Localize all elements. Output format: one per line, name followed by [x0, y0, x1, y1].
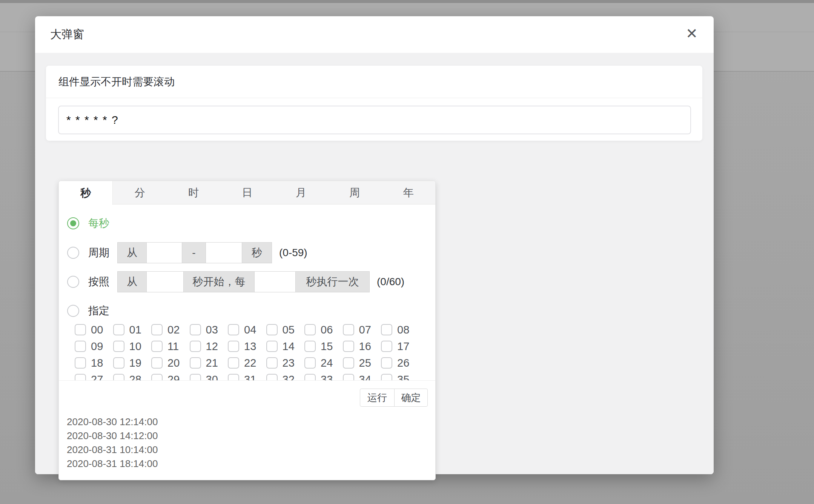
checkbox-02[interactable] — [151, 324, 163, 335]
checkbox-cell: 29 — [151, 371, 190, 380]
tab-hour[interactable]: 时 — [167, 181, 220, 204]
checkbox-label: 24 — [321, 357, 333, 369]
checkbox-label: 15 — [321, 340, 333, 353]
checkbox-label: 26 — [397, 357, 409, 369]
step-label: 按照 — [88, 275, 109, 289]
confirm-button[interactable]: 确定 — [394, 389, 428, 407]
checkbox-cell: 22 — [228, 355, 266, 371]
checkbox-label: 01 — [129, 324, 141, 336]
close-icon[interactable]: ✕ — [683, 25, 700, 42]
checkbox-cell: 16 — [343, 338, 381, 355]
radio-cycle[interactable] — [67, 247, 79, 259]
row-specify: 指定 — [67, 300, 109, 321]
cycle-range-hint: (0-59) — [279, 247, 307, 259]
checkbox-35[interactable] — [381, 374, 392, 380]
content-card: 组件显示不开时需要滚动 * * * * * ? — [46, 66, 702, 141]
checkbox-17[interactable] — [381, 341, 392, 352]
checkbox-06[interactable] — [304, 324, 316, 335]
checkbox-cell: 35 — [381, 371, 419, 380]
checkbox-00[interactable] — [75, 324, 86, 335]
checkbox-cell: 05 — [266, 321, 305, 338]
checkbox-13[interactable] — [228, 341, 239, 352]
run-results-list: 2020-08-30 12:14:002020-08-30 14:12:0020… — [67, 415, 158, 471]
dimmed-page-topbar — [0, 0, 814, 3]
row-cycle: 周期 从 - 秒 (0-59) — [67, 242, 307, 263]
cycle-label: 周期 — [88, 246, 109, 260]
checkbox-24[interactable] — [304, 357, 316, 369]
result-datetime: 2020-08-31 18:14:00 — [67, 457, 158, 471]
checkbox-label: 16 — [359, 340, 371, 353]
checkbox-label: 20 — [167, 357, 180, 369]
cron-expression-input[interactable]: * * * * * ? — [58, 106, 691, 134]
checkbox-11[interactable] — [151, 341, 163, 352]
result-datetime: 2020-08-30 14:12:00 — [67, 429, 158, 443]
checkbox-cell: 14 — [266, 338, 305, 355]
checkbox-32[interactable] — [266, 374, 278, 380]
checkbox-08[interactable] — [381, 324, 392, 335]
tab-month[interactable]: 月 — [274, 181, 328, 204]
step-start-input[interactable] — [146, 271, 184, 292]
checkbox-cell: 04 — [228, 321, 266, 338]
checkbox-cell: 09 — [75, 338, 113, 355]
checkbox-cell: 20 — [151, 355, 190, 371]
checkbox-label: 35 — [397, 373, 409, 381]
radio-every-second[interactable] — [67, 217, 79, 229]
step-interval-input[interactable] — [254, 271, 296, 292]
checkbox-label: 10 — [129, 340, 141, 353]
tab-year[interactable]: 年 — [382, 181, 435, 204]
tab-week[interactable]: 周 — [328, 181, 381, 204]
checkbox-14[interactable] — [266, 341, 278, 352]
checkbox-28[interactable] — [113, 374, 124, 380]
checkbox-10[interactable] — [113, 341, 124, 352]
checkbox-label: 11 — [167, 340, 179, 353]
checkbox-16[interactable] — [343, 341, 354, 352]
checkbox-30[interactable] — [190, 374, 201, 380]
checkbox-04[interactable] — [228, 324, 239, 335]
checkbox-31[interactable] — [228, 374, 239, 380]
checkbox-cell: 25 — [343, 355, 381, 371]
checkbox-34[interactable] — [343, 374, 354, 380]
checkbox-19[interactable] — [113, 357, 124, 369]
checkbox-12[interactable] — [190, 341, 201, 352]
tab-minute[interactable]: 分 — [113, 181, 166, 204]
checkbox-cell: 32 — [266, 371, 305, 380]
checkbox-15[interactable] — [304, 341, 316, 352]
tab-second[interactable]: 秒 — [59, 181, 113, 205]
checkbox-26[interactable] — [381, 357, 392, 369]
checkbox-23[interactable] — [266, 357, 278, 369]
cycle-from-input[interactable] — [146, 242, 182, 263]
checkbox-09[interactable] — [75, 341, 86, 352]
checkbox-label: 33 — [321, 373, 333, 381]
checkbox-03[interactable] — [190, 324, 201, 335]
checkbox-cell: 17 — [381, 338, 419, 355]
radio-step[interactable] — [67, 276, 79, 288]
checkbox-33[interactable] — [304, 374, 316, 380]
checkbox-22[interactable] — [228, 357, 239, 369]
cycle-to-input[interactable] — [206, 242, 242, 263]
checkbox-21[interactable] — [190, 357, 201, 369]
checkbox-29[interactable] — [151, 374, 163, 380]
tab-day[interactable]: 日 — [220, 181, 274, 204]
checkbox-label: 07 — [359, 324, 371, 336]
checkbox-cell: 13 — [228, 338, 266, 355]
checkbox-20[interactable] — [151, 357, 163, 369]
checkbox-label: 12 — [206, 340, 218, 353]
checkbox-25[interactable] — [343, 357, 354, 369]
checkbox-cell: 28 — [113, 371, 152, 380]
checkbox-05[interactable] — [266, 324, 278, 335]
checkbox-27[interactable] — [75, 374, 86, 380]
checkbox-07[interactable] — [343, 324, 354, 335]
checkbox-18[interactable] — [75, 357, 86, 369]
radio-specify[interactable] — [67, 305, 79, 317]
checkbox-cell: 30 — [190, 371, 228, 380]
checkbox-label: 21 — [206, 357, 218, 369]
modal-title: 大弹窗 — [50, 27, 84, 42]
cycle-unit-addon: 秒 — [242, 242, 272, 263]
checkbox-label: 13 — [244, 340, 256, 353]
step-from-addon: 从 — [117, 271, 147, 292]
checkbox-cell: 12 — [190, 338, 228, 355]
run-button[interactable]: 运行 — [360, 389, 395, 407]
checkbox-label: 25 — [359, 357, 371, 369]
checkbox-01[interactable] — [113, 324, 124, 335]
seconds-checkbox-grid: 0001020304050607080910111213141516171819… — [75, 321, 419, 380]
